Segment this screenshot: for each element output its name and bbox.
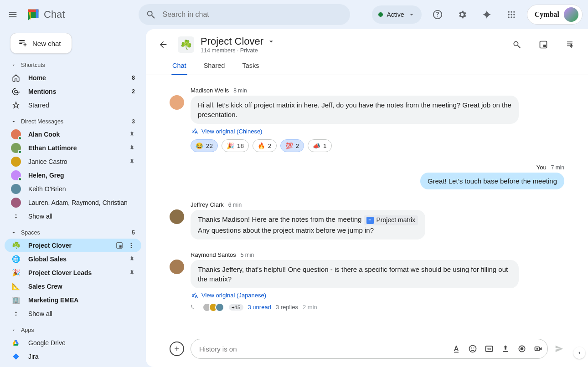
msg-bubble[interactable]: Great! Let’s touch base before the meeti… <box>420 173 564 189</box>
section-label: Spaces <box>21 229 40 236</box>
reaction-chip[interactable]: 😂22 <box>191 139 218 152</box>
reaction-chip[interactable]: 📣1 <box>308 139 332 152</box>
translate-link[interactable]: View original (Chinese) <box>191 127 564 135</box>
gemini-button[interactable] <box>478 5 496 24</box>
search-bar[interactable] <box>139 4 350 25</box>
dm-label: Janice Castro <box>28 158 67 165</box>
translate-link[interactable]: View original (Japanese) <box>191 292 564 299</box>
format-button[interactable] <box>452 344 461 353</box>
doc-chip[interactable]: ≡Project matrix <box>364 215 418 225</box>
svg-point-12 <box>131 243 132 244</box>
dm-avatar <box>11 170 21 180</box>
dm-item[interactable]: Janice Castro <box>5 155 141 168</box>
expand-icon <box>11 213 21 219</box>
space-item[interactable]: 📐Sales Crew <box>5 280 141 293</box>
msg-bubble[interactable]: Thanks Madison! Here are the notes from … <box>191 210 425 240</box>
dms-show-all[interactable]: Show all <box>5 209 141 223</box>
reaction-chip[interactable]: 🔥2 <box>253 139 277 152</box>
tab-chat[interactable]: Chat <box>171 58 187 75</box>
room-title-block[interactable]: Project Clover 114 members · Private <box>201 36 275 54</box>
account-capsule[interactable]: Cymbal <box>527 5 583 25</box>
nav-home[interactable]: Home 8 <box>5 71 141 85</box>
app-title: Chat <box>44 9 65 20</box>
more-icon[interactable] <box>128 242 135 249</box>
record-button[interactable] <box>517 344 526 353</box>
help-button[interactable] <box>428 5 447 24</box>
section-dms[interactable]: Direct Messages 3 <box>5 116 141 127</box>
dm-item[interactable]: Helen, Greg <box>5 168 141 182</box>
nav-starred[interactable]: Starred <box>5 98 141 112</box>
app-jira[interactable]: Jira <box>5 350 141 363</box>
space-item[interactable]: ☘️Project Clover <box>5 239 141 252</box>
section-spaces[interactable]: Spaces 5 <box>5 227 141 239</box>
side-panel-toggle[interactable] <box>573 347 585 359</box>
settings-button[interactable] <box>453 5 471 24</box>
compose-toolbar: GIF <box>452 344 543 353</box>
messages-scroll[interactable]: Madison Wells8 minHi all, let’s kick off… <box>146 75 588 334</box>
chevron-down-icon <box>11 62 16 68</box>
tab-shared[interactable]: Shared <box>203 58 226 75</box>
video-icon <box>534 344 543 353</box>
app-logo[interactable]: Chat <box>26 7 65 22</box>
thread-faces <box>202 303 224 312</box>
status-chip[interactable]: Active <box>372 5 421 24</box>
emoji-button[interactable] <box>468 344 477 353</box>
space-item[interactable]: 🎉Project Clover Leads <box>5 266 141 280</box>
svg-point-6 <box>513 14 515 15</box>
msg-avatar <box>170 95 184 110</box>
room-tabs: Chat Shared Tasks <box>146 54 588 75</box>
chevron-down-icon <box>267 37 275 46</box>
reaction-emoji: 💯 <box>285 142 293 149</box>
chat-logo-icon <box>26 7 41 22</box>
svg-point-3 <box>513 11 515 13</box>
dm-item[interactable]: Keith O’Brien <box>5 182 141 196</box>
back-button[interactable] <box>155 36 171 53</box>
search-input[interactable] <box>162 10 343 19</box>
summarize-button[interactable] <box>561 36 579 54</box>
send-button[interactable] <box>554 344 564 354</box>
popout-button[interactable] <box>534 36 552 54</box>
dm-item[interactable]: Ethan Lattimore <box>5 141 141 155</box>
gif-button[interactable]: GIF <box>485 344 494 353</box>
tab-tasks[interactable]: Tasks <box>241 58 260 75</box>
summarize-icon <box>565 40 574 49</box>
upload-button[interactable] <box>501 344 510 353</box>
space-item[interactable]: 🌐Global Sales <box>5 252 141 266</box>
reaction-chip[interactable]: 🎉18 <box>222 139 249 152</box>
spaces-show-all[interactable]: Show all <box>5 307 141 321</box>
compose-plus-button[interactable] <box>170 342 184 356</box>
user-avatar <box>564 7 578 22</box>
dm-item[interactable]: Lauren, Adam, Raymond, Christian <box>5 196 141 209</box>
reaction-emoji: 😂 <box>196 142 203 149</box>
dm-label: Ethan Lattimore <box>28 144 77 152</box>
nav-mentions[interactable]: Mentions 2 <box>5 85 141 98</box>
popout-icon[interactable] <box>116 242 123 249</box>
dm-avatar <box>11 143 21 153</box>
msg-bubble[interactable]: Hi all, let’s kick off project matrix in… <box>191 96 519 124</box>
chevron-down-icon <box>11 119 16 124</box>
svg-point-14 <box>131 247 132 248</box>
help-icon <box>433 10 443 20</box>
msg-bubble[interactable]: Thanks Jeffery, that's helpful! One ques… <box>191 260 519 288</box>
apps-button[interactable] <box>502 5 521 24</box>
app-google-drive[interactable]: Google Drive <box>5 336 141 350</box>
compose-box[interactable]: GIF <box>191 339 548 359</box>
section-count: 3 <box>132 118 135 125</box>
reaction-emoji: 📣 <box>313 142 320 149</box>
space-item[interactable]: 🏢Marketing EMEA <box>5 293 141 307</box>
video-button[interactable] <box>534 344 543 353</box>
main-menu-button[interactable] <box>4 5 22 24</box>
new-chat-button[interactable]: New chat <box>10 33 72 54</box>
section-count: 5 <box>132 229 135 236</box>
compose-input[interactable] <box>199 345 452 353</box>
dm-item[interactable]: Alan Cook <box>5 127 141 141</box>
reaction-chip[interactable]: 💯2 <box>280 139 304 152</box>
thread-summary[interactable]: +153 unread3 replies2 min <box>191 303 564 312</box>
reaction-count: 22 <box>206 143 213 149</box>
space-emoji: 📐 <box>11 282 21 291</box>
pin-icon <box>129 158 135 165</box>
svg-rect-17 <box>454 352 459 353</box>
section-apps[interactable]: Apps <box>5 324 141 336</box>
section-shortcuts[interactable]: Shortcuts <box>5 59 141 71</box>
room-search-button[interactable] <box>508 36 526 54</box>
